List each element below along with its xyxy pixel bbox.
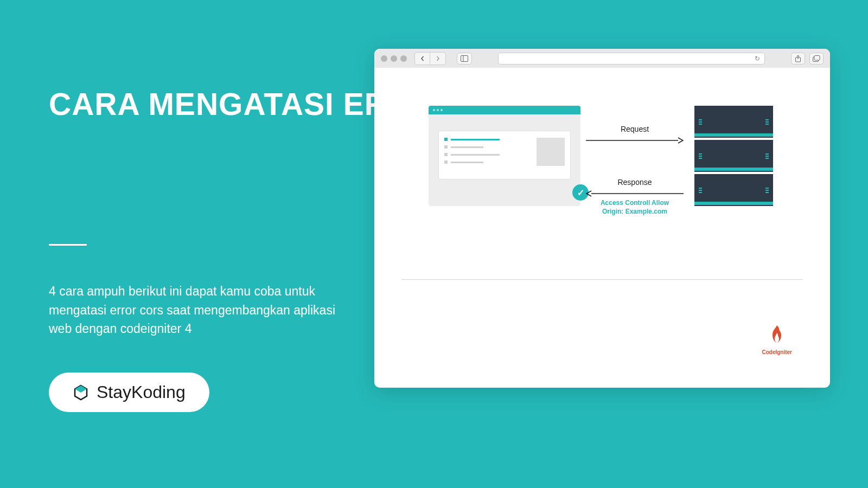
brand-hexagon-icon	[73, 384, 89, 401]
panel-icon	[461, 55, 468, 62]
arrow-left-icon	[586, 190, 684, 197]
cors-header-text: Access Controll Allow Origin: Example.co…	[586, 199, 684, 216]
sidebar-toggle	[457, 53, 472, 65]
browser-toolbar: ↻	[374, 49, 830, 68]
content-divider	[401, 279, 803, 280]
forward-button	[430, 53, 445, 65]
window-traffic-lights	[381, 55, 407, 62]
request-label: Request	[586, 125, 684, 133]
request-arrow: Request	[586, 125, 684, 143]
maximize-dot-icon	[400, 55, 407, 62]
client-browser-graphic	[429, 106, 580, 206]
mini-dot-icon	[433, 109, 435, 111]
list-item	[444, 145, 530, 149]
minimize-dot-icon	[391, 55, 397, 62]
response-label: Response	[586, 178, 684, 187]
thumbnail-placeholder	[537, 138, 565, 166]
toolbar-right	[791, 53, 824, 65]
nav-buttons	[414, 52, 446, 65]
chevron-left-icon	[420, 56, 425, 61]
svg-rect-2	[461, 55, 468, 61]
server-rack-unit	[694, 106, 773, 138]
browser-mockup: ↻	[374, 49, 830, 388]
close-dot-icon	[381, 55, 387, 62]
list-item	[444, 153, 530, 156]
url-bar: ↻	[498, 53, 765, 65]
reload-icon: ↻	[755, 55, 760, 62]
page-description: 4 cara ampuh berikut ini dapat kamu coba…	[49, 282, 358, 338]
svg-marker-1	[75, 386, 87, 393]
title-divider	[49, 244, 87, 246]
mini-content	[438, 131, 571, 179]
brand-name: StayKoding	[97, 382, 186, 402]
response-arrow: Response Access Controll Allow Origin: E…	[586, 178, 684, 216]
server-graphic	[694, 106, 773, 206]
mini-dot-icon	[437, 109, 439, 111]
share-button	[791, 53, 805, 65]
mini-browser-header	[429, 106, 580, 114]
tabs-icon	[813, 55, 820, 62]
codeigniter-label: CodeIgniter	[762, 349, 792, 355]
chevron-right-icon	[435, 56, 441, 61]
list-item	[444, 160, 530, 164]
arrow-right-icon	[586, 137, 684, 144]
brand-badge: StayKoding	[49, 373, 209, 412]
svg-rect-6	[814, 55, 820, 60]
browser-content: ✓ Request Response	[374, 68, 830, 388]
list-item	[444, 138, 530, 141]
cors-diagram: ✓ Request Response	[401, 100, 803, 274]
codeigniter-logo: CodeIgniter	[762, 324, 792, 355]
server-rack-unit	[694, 174, 773, 206]
flame-icon	[768, 324, 786, 347]
server-rack-unit	[694, 140, 773, 172]
share-icon	[795, 55, 801, 62]
tabs-button	[809, 53, 824, 65]
mini-list	[444, 138, 530, 172]
mini-dot-icon	[441, 109, 443, 111]
back-button	[415, 53, 430, 65]
